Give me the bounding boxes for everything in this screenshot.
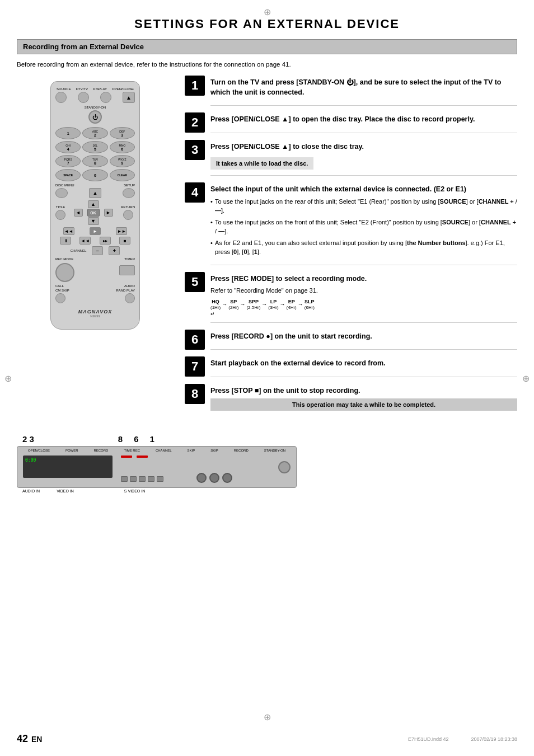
call-audio-labels: CALL AUDIO	[55, 284, 135, 288]
device-btn-5[interactable]	[157, 476, 163, 482]
device-circle-btn-2[interactable]	[209, 473, 219, 483]
nav-area: TITLE ▲ ▼ ◄ ► OK RETURN	[55, 200, 135, 225]
channel-plus-button[interactable]: +	[109, 246, 120, 255]
cm-skip-button[interactable]	[55, 293, 65, 303]
rand-play-button[interactable]	[125, 293, 135, 303]
left-column: SOURCE DTV/TV DISPLAY OPEN/CLOSE ▲ STAND…	[17, 76, 174, 423]
num-btn-0[interactable]: 0	[82, 169, 107, 181]
page-number: 42	[17, 733, 28, 745]
mode-loop-arrow: ↵	[210, 311, 517, 317]
pause-button[interactable]: ⏸	[60, 237, 71, 245]
slow-button[interactable]: ◄◄	[79, 237, 91, 245]
arrow-4: →	[280, 301, 285, 307]
num-btn-4[interactable]: GHI4	[55, 141, 81, 153]
step-6-title: Press [RECORD ●] on the unit to start re…	[210, 332, 517, 342]
open-close-button[interactable]: ▲	[123, 92, 135, 103]
footer-file: E7H51UD.indd 42	[408, 736, 449, 742]
channel-row: CHANNEL – +	[55, 246, 135, 255]
play-button[interactable]: ►	[90, 227, 101, 235]
step-6: 6 Press [RECORD ●] on the unit to start …	[185, 330, 517, 350]
arrow-3: →	[261, 301, 267, 307]
ok-button[interactable]: OK	[87, 209, 100, 217]
footer-left: 42 EN	[17, 733, 42, 745]
device-label-skip-r: SKIP	[210, 449, 218, 452]
nav-down-button[interactable]: ▼	[88, 217, 99, 225]
remote-top-labels: SOURCE DTV/TV DISPLAY OPEN/CLOSE	[55, 87, 135, 91]
device-label-standby: STANDBY-ON	[264, 449, 285, 452]
num-btn-space[interactable]: SPACE	[55, 169, 81, 181]
stop-button[interactable]: ■	[119, 237, 130, 245]
disc-menu-label: DISC MENU	[55, 184, 74, 187]
sub-label-video-in: VIDEO IN	[57, 489, 74, 493]
device-label-rec: RECORD	[234, 449, 249, 452]
num-btn-6[interactable]: MNO6	[110, 141, 135, 153]
num-btn-7[interactable]: PQRS7	[55, 155, 81, 167]
step-7-content: Start playback on the external device to…	[210, 356, 517, 377]
device-btn-3[interactable]	[139, 476, 146, 482]
step-5-body: Refer to "Recording Mode" on page 31.	[210, 286, 517, 295]
step-6-content: Press [RECORD ●] on the unit to start re…	[210, 330, 517, 350]
disc-menu-setup-labels: DISC MENU SETUP	[55, 184, 135, 187]
step-7-number: 7	[185, 356, 205, 377]
step-2-title: Press [OPEN/CLOSE ▲] to open the disc tr…	[210, 115, 517, 125]
display-button[interactable]	[100, 92, 111, 103]
step-5-title: Press [REC MODE] to select a recording m…	[210, 274, 517, 284]
step-2-number: 2	[185, 112, 205, 133]
rec-mode-button[interactable]	[55, 263, 74, 282]
device-btn-2[interactable]	[130, 476, 137, 482]
step-2: 2 Press [OPEN/CLOSE ▲] to open the disc …	[185, 112, 517, 133]
num-btn-clear[interactable]: CLEAR	[110, 169, 135, 181]
device-label-channel: CHANNEL	[156, 449, 172, 452]
disc-up-button[interactable]: ▲	[89, 188, 101, 198]
step-3-content: Press [OPEN/CLOSE ▲] to close the disc t…	[210, 140, 517, 176]
device-standby-button[interactable]	[278, 461, 291, 473]
title-button[interactable]	[55, 210, 65, 220]
setup-button[interactable]	[123, 188, 135, 198]
timer-label: TIMER	[124, 257, 135, 261]
return-button[interactable]	[123, 210, 133, 220]
standby-button[interactable]: ⏻	[88, 110, 102, 124]
device-area: 2 3 8 6 1 OPEN/CLOSE POWER RECORD TIME R…	[17, 434, 517, 493]
section-header: Recording from an External Device	[17, 39, 517, 54]
num-btn-9[interactable]: WXYZ9	[110, 155, 135, 167]
cm-skip-label: CM SKIP	[55, 289, 69, 292]
ff2-button[interactable]: ▸▸	[100, 237, 111, 245]
standby-row: ⏻	[55, 110, 135, 124]
rewind-button[interactable]: ◄◄	[63, 227, 74, 235]
device-label-record: RECORD	[93, 449, 108, 452]
disc-menu-button[interactable]	[55, 188, 68, 198]
device-btn-1[interactable]	[121, 476, 128, 482]
language-label: EN	[31, 735, 42, 744]
step-4-bullet-2: To use the input jacks on the front of t…	[210, 218, 517, 236]
nav-up-button[interactable]: ▲	[88, 200, 99, 208]
num-btn-1[interactable]: 1	[55, 127, 81, 139]
num-btn-3[interactable]: DEF3	[110, 127, 135, 139]
device-circle-btn-1[interactable]	[196, 473, 207, 483]
fast-forward-button[interactable]: ►►	[116, 227, 127, 235]
main-content: SOURCE DTV/TV DISPLAY OPEN/CLOSE ▲ STAND…	[17, 76, 517, 423]
device-label-skip-l: SKIP	[188, 449, 195, 452]
device-circle-btn-3[interactable]	[222, 473, 232, 483]
num-btn-5[interactable]: JKL5	[82, 141, 107, 153]
timer-button[interactable]	[119, 265, 135, 275]
step-3: 3 Press [OPEN/CLOSE ▲] to close the disc…	[185, 140, 517, 176]
step-4-title: Select the input of the unit which the e…	[210, 185, 517, 195]
num-btn-2[interactable]: ABC2	[82, 127, 107, 139]
channel-minus-button[interactable]: –	[92, 246, 103, 255]
arrow-1: →	[222, 301, 227, 307]
step-1-content: Turn on the TV and press [STANDBY-ON ⏻],…	[210, 76, 517, 106]
nav-left-button[interactable]: ◄	[74, 209, 83, 217]
device-label-timerec: TIME REC	[124, 449, 140, 452]
num-btn-8[interactable]: TUV8	[82, 155, 107, 167]
dtv-tv-button[interactable]	[78, 92, 89, 103]
device-btn-4[interactable]	[148, 476, 154, 482]
device-label-open-close: OPEN/CLOSE	[28, 449, 50, 452]
footer: 42 EN E7H51UD.indd 42 2007/02/19 18:23:3…	[17, 733, 517, 745]
source-button[interactable]	[55, 92, 67, 103]
cm-rand-labels: CM SKIP RAND PLAY	[55, 289, 135, 292]
remote-control: SOURCE DTV/TV DISPLAY OPEN/CLOSE ▲ STAND…	[50, 81, 140, 330]
indicator-1	[121, 456, 132, 458]
footer-date: 2007/02/19 18:23:38	[471, 736, 517, 742]
step-8: 8 Press [STOP ■] on the unit to stop rec…	[185, 384, 517, 417]
nav-right-button[interactable]: ►	[104, 209, 113, 217]
